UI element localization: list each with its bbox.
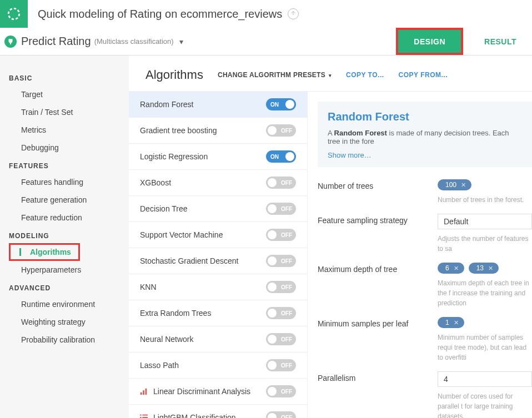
algorithm-name: KNN [140,283,157,291]
main: BASIC Target Train / Test Set Metrics De… [0,56,532,418]
sidebar-item-feature-reduction[interactable]: Feature reduction [0,209,129,226]
algorithm-name: Decision Tree [140,204,188,213]
svg-rect-5 [142,415,148,416]
sidebar-head-modeling: MODELING [0,226,129,243]
algorithm-row[interactable]: Support Vector MachineOFF [129,222,307,248]
content-title: Algorithms [145,68,203,82]
content: Algorithms CHANGE ALGORITHM PRESETS ▾ CO… [129,56,532,418]
content-header: Algorithms CHANGE ALGORITHM PRESETS ▾ CO… [129,56,532,92]
algorithm-name: Linear Discriminant Analysis [153,387,250,396]
pill-min-samples[interactable]: 1✕ [438,317,464,328]
param-number-of-trees: Number of trees 100✕ Number of trees in … [318,177,532,211]
algorithm-name: Random Forest [140,100,193,109]
algorithm-name: Lasso Path [140,361,179,370]
svg-rect-1 [140,392,142,395]
algorithm-name: XGBoost [140,178,171,187]
change-presets-button[interactable]: CHANGE ALGORITHM PRESETS ▾ [218,71,332,79]
pill-max-depth-6[interactable]: 6✕ [438,263,464,274]
share-icon[interactable] [288,8,299,19]
algorithm-toggle[interactable]: OFF [266,281,296,293]
svg-rect-4 [140,415,142,416]
copy-to-button[interactable]: COPY TO... [346,71,384,79]
list-icon [140,414,148,418]
pill-max-depth-13[interactable]: 13✕ [469,263,499,274]
algorithm-toggle[interactable]: OFF [266,255,296,267]
algorithm-name: Stochastic Gradient Descent [140,256,238,265]
svg-rect-3 [145,389,147,395]
algorithm-toggle[interactable]: OFF [266,307,296,319]
pill-num-trees[interactable]: 100✕ [438,179,471,190]
svg-rect-2 [143,390,144,395]
topbar: Quick modeling of Rating on ecommerce_re… [0,0,532,28]
tab-result[interactable]: RESULT [469,28,532,55]
algorithm-toggle[interactable]: OFF [266,203,296,215]
algorithm-name: LightGBM Classification [153,413,236,418]
sidebar-item-train-test[interactable]: Train / Test Set [0,103,129,121]
bars-icon [140,387,148,395]
tab-design[interactable]: DESIGN [396,28,463,55]
predict-title: Predict Rating [21,35,91,48]
sidebar-item-hyperparameters[interactable]: Hyperparameters [0,261,129,279]
sidebar: BASIC Target Train / Test Set Metrics De… [0,56,129,418]
sidebar-item-debugging[interactable]: Debugging [0,139,129,157]
remove-icon[interactable]: ✕ [461,182,466,189]
sidebar-item-metrics[interactable]: Metrics [0,121,129,139]
algorithm-row[interactable]: Neural NetworkOFF [129,326,307,352]
algorithm-panel: Random Forest A Random Forest is made of… [308,92,532,418]
remove-icon[interactable]: ✕ [454,319,459,326]
sidebar-head-basic: BASIC [0,69,129,85]
algorithm-row[interactable]: LightGBM ClassificationOFF [129,405,307,418]
algorithm-row[interactable]: Random ForestON [129,92,307,118]
remove-icon[interactable]: ✕ [488,265,493,272]
feature-sampling-select[interactable]: Default [438,214,532,229]
algorithm-row[interactable]: Extra Random TreesOFF [129,300,307,326]
chevron-down-icon[interactable]: ▾ [179,37,183,46]
param-parallelism: Parallelism Number of cores used for par… [318,369,532,418]
remove-icon[interactable]: ✕ [454,265,459,272]
parallelism-input[interactable] [438,371,532,387]
algorithm-name: Gradient tree boosting [140,126,217,135]
algorithm-row[interactable]: Lasso PathOFF [129,352,307,379]
param-feature-sampling: Feature sampling strategy Default Adjust… [318,211,532,260]
algorithm-row[interactable]: Stochastic Gradient DescentOFF [129,248,307,274]
algorithm-toggle[interactable]: OFF [266,124,296,137]
sidebar-head-features: FEATURES [0,157,129,173]
app-logo[interactable] [0,0,28,28]
sidebar-item-prob-calibration[interactable]: Probability calibration [0,331,129,349]
algorithm-toggle[interactable]: OFF [266,333,296,345]
sidebar-item-runtime[interactable]: Runtime environment [0,295,129,313]
page-title: Quick modeling of Rating on ecommerce_re… [28,8,282,21]
algorithm-toggle[interactable]: OFF [266,385,296,397]
algorithm-name: Support Vector Machine [140,230,223,239]
svg-point-0 [8,8,19,19]
sidebar-item-feature-generation[interactable]: Feature generation [0,191,129,209]
algorithm-toggle[interactable]: OFF [266,229,296,241]
classification-label: (Multiclass classification) [94,37,174,46]
algorithm-row[interactable]: Linear Discriminant AnalysisOFF [129,379,307,405]
algorithm-toggle[interactable]: OFF [266,177,296,189]
algorithm-row[interactable]: Decision TreeOFF [129,196,307,222]
algorithm-row[interactable]: KNNOFF [129,274,307,300]
predict-icon [4,36,17,48]
algorithm-row[interactable]: Logistic RegressionON [129,144,307,170]
algorithm-list: Random ForestONGradient tree boostingOFF… [129,92,308,418]
sidebar-item-weighting[interactable]: Weighting strategy [0,313,129,331]
sidebar-item-algorithms[interactable]: Algorithms [9,243,80,261]
algorithm-toggle[interactable]: ON [266,98,296,110]
copy-from-button[interactable]: COPY FROM... [399,71,448,79]
algorithm-toggle[interactable]: ON [266,150,296,163]
show-more-link[interactable]: Show more… [328,151,522,159]
sidebar-item-features-handling[interactable]: Features handling [0,173,129,191]
param-max-depth: Maximum depth of tree 6✕ 13✕ Maximum dep… [318,260,532,315]
algorithm-toggle[interactable]: OFF [266,359,296,371]
algorithm-name: Extra Random Trees [140,309,211,318]
algorithm-row[interactable]: Gradient tree boostingOFF [129,118,307,144]
panel-banner: Random Forest A Random Forest is made of… [318,102,532,167]
panel-title: Random Forest [328,110,522,123]
algorithm-row[interactable]: XGBoostOFF [129,170,307,196]
algorithm-name: Logistic Regression [140,152,208,161]
chevron-down-icon: ▾ [329,73,332,78]
algorithm-toggle[interactable]: OFF [266,411,296,418]
sidebar-item-target[interactable]: Target [0,85,129,103]
algorithm-name: Neural Network [140,335,193,344]
